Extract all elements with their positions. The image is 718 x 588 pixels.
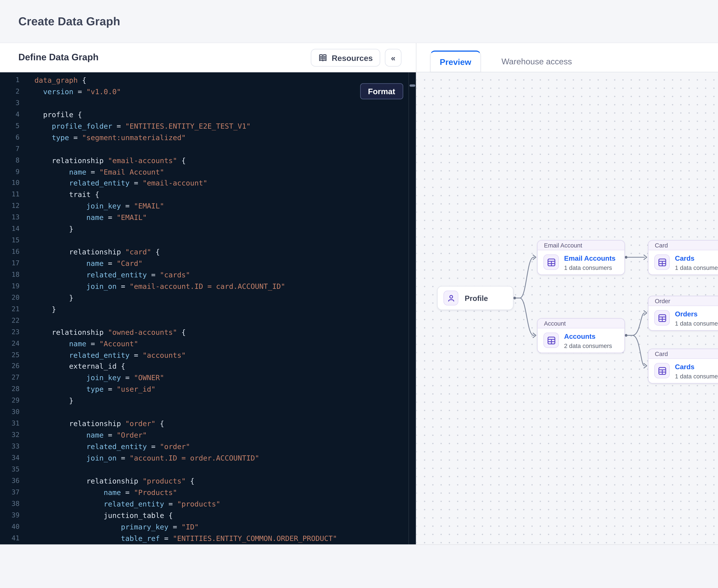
code-line: 7	[0, 143, 416, 155]
line-number: 29	[0, 395, 20, 407]
line-number: 5	[0, 121, 20, 132]
code-line: 33 related_entity = "order"	[0, 441, 416, 453]
node-group-email-account[interactable]: Email Account Email Accounts 1 data cons…	[537, 240, 625, 275]
code-line: 20 }	[0, 292, 416, 303]
line-number: 7	[0, 143, 20, 155]
line-number: 36	[0, 475, 20, 487]
code-line: 28 type = "user_id"	[0, 384, 416, 395]
code-line: 18 related_entity = "cards"	[0, 269, 416, 281]
node-group-account[interactable]: Account Accounts 2 data consumers	[537, 318, 625, 353]
table-icon	[658, 314, 666, 322]
line-number: 18	[0, 269, 20, 281]
line-number: 28	[0, 384, 20, 395]
code-line: 26 external_id {	[0, 361, 416, 372]
line-number: 10	[0, 178, 20, 189]
left-panel-header: Define Data Graph Resources	[0, 43, 416, 72]
table-icon-tile	[543, 333, 559, 348]
entity-consumers: 1 data consumers	[564, 264, 615, 271]
node-group-card-top[interactable]: Card Cards 1 data consumer	[648, 240, 718, 275]
line-number: 34	[0, 453, 20, 464]
line-number: 31	[0, 418, 20, 430]
code-line: 4 profile {	[0, 109, 416, 121]
node-group-order[interactable]: Order Orders 1 data consumers	[648, 296, 718, 331]
top-header: Create Data Graph Cancel	[0, 0, 718, 43]
profile-label: Profile	[465, 294, 488, 302]
group-header: Account	[538, 319, 624, 329]
page-title: Create Data Graph	[18, 15, 120, 28]
group-header: Order	[649, 296, 718, 306]
editor-scrollbar[interactable]	[408, 72, 416, 544]
create-data-graph-screen: Create Data Graph Cancel Define Data Gra…	[0, 0, 718, 588]
line-number: 23	[0, 327, 20, 338]
table-icon-tile	[543, 254, 559, 270]
code-line: 14 }	[0, 224, 416, 235]
line-number: 1	[0, 75, 20, 86]
entity-consumers: 1 data consumers	[675, 373, 718, 380]
line-number: 14	[0, 224, 20, 235]
entity-link[interactable]: Orders	[675, 310, 718, 319]
node-profile[interactable]: Profile	[437, 286, 514, 310]
table-icon-tile	[654, 363, 670, 378]
code-line: 10 related_entity = "email-account"	[0, 178, 416, 189]
define-data-graph-panel: Define Data Graph Resources	[0, 43, 416, 544]
entity-consumers: 1 data consumers	[675, 320, 718, 327]
code-line: 31 relationship "order" {	[0, 418, 416, 430]
table-icon	[547, 258, 555, 266]
line-number: 8	[0, 155, 20, 166]
group-header: Card	[649, 240, 718, 250]
collapse-panel-button[interactable]: «	[385, 49, 402, 67]
table-icon	[658, 258, 666, 266]
line-number: 38	[0, 498, 20, 510]
code-line: 17 name = "Card"	[0, 258, 416, 269]
table-icon	[658, 366, 666, 375]
entity-link[interactable]: Cards	[675, 254, 718, 263]
line-number: 4	[0, 109, 20, 121]
code-line: 30	[0, 407, 416, 418]
format-button[interactable]: Format	[360, 83, 403, 99]
code-line: 16 relationship "card" {	[0, 246, 416, 258]
code-line: 37 name = "Products"	[0, 487, 416, 498]
line-number: 20	[0, 292, 20, 303]
graph-canvas[interactable]: Profile Email Account Email Accounts 1 d…	[416, 72, 718, 544]
group-header: Card	[649, 349, 718, 359]
code-line: 24 name = "Account"	[0, 338, 416, 350]
entity-link[interactable]: Cards	[675, 363, 718, 372]
code-line: 25 related_entity = "accounts"	[0, 350, 416, 361]
line-number: 6	[0, 132, 20, 143]
code-line: 8 relationship "email-accounts" {	[0, 155, 416, 166]
table-icon-tile	[654, 254, 670, 270]
entity-consumers: 2 data consumers	[564, 342, 612, 349]
line-number: 40	[0, 521, 20, 532]
code-line: 36 relationship "products" {	[0, 475, 416, 487]
line-number: 32	[0, 429, 20, 441]
line-number: 25	[0, 350, 20, 361]
code-line: 11 trait {	[0, 189, 416, 201]
tab-warehouse-access[interactable]: Warehouse access	[495, 50, 579, 72]
node-group-card-bottom[interactable]: Card Cards 1 data consumers	[648, 349, 718, 383]
line-number: 17	[0, 258, 20, 269]
resources-label: Resources	[332, 53, 373, 62]
footer-action-bar: Save	[0, 544, 718, 588]
panel-title: Define Data Graph	[18, 52, 99, 63]
code-line: 3	[0, 98, 416, 109]
line-number: 15	[0, 235, 20, 247]
entity-link[interactable]: Accounts	[564, 333, 612, 341]
table-icon-tile	[654, 310, 670, 326]
code-line: 40 primary_key = "ID"	[0, 521, 416, 532]
code-line: 12 join_key = "EMAIL"	[0, 201, 416, 212]
tab-preview[interactable]: Preview	[430, 50, 481, 72]
entity-link[interactable]: Email Accounts	[564, 254, 615, 263]
code-line: 15	[0, 235, 416, 247]
code-line: 41 table_ref = "ENTITIES.ENTITY_COMMON.O…	[0, 532, 416, 544]
line-number: 39	[0, 510, 20, 521]
code-editor[interactable]: 1data_graph {2 version = "v1.0.0"34 prof…	[0, 72, 416, 544]
line-number: 3	[0, 98, 20, 109]
line-number: 2	[0, 86, 20, 98]
book-icon	[319, 53, 328, 62]
resources-button[interactable]: Resources	[311, 49, 380, 67]
editor-scrollbar-thumb[interactable]	[410, 84, 415, 87]
line-number: 35	[0, 464, 20, 476]
line-number: 11	[0, 189, 20, 201]
chevron-double-left-icon: «	[391, 53, 395, 62]
line-number: 41	[0, 532, 20, 544]
